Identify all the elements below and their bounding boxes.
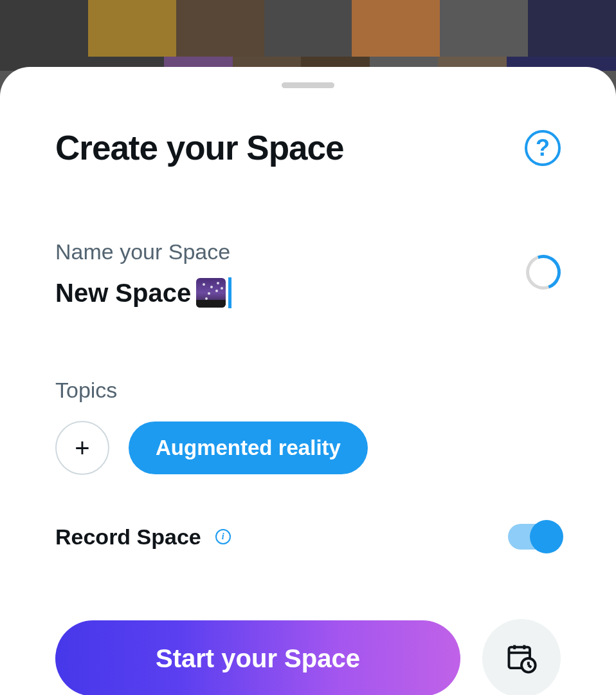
page-title: Create your Space	[55, 128, 343, 167]
add-topic-button[interactable]: +	[55, 421, 109, 475]
start-space-button[interactable]: Start your Space	[55, 620, 460, 695]
help-icon[interactable]: ?	[525, 130, 561, 166]
info-icon[interactable]: i	[215, 529, 231, 544]
calendar-clock-icon	[505, 642, 538, 675]
plus-icon: +	[75, 434, 89, 463]
name-label: Name your Space	[55, 239, 526, 264]
topics-label: Topics	[55, 378, 561, 403]
milky-way-emoji-icon	[196, 278, 226, 308]
loading-spinner-icon	[520, 249, 566, 295]
svg-line-6	[529, 665, 531, 667]
record-toggle[interactable]	[508, 524, 561, 550]
schedule-button[interactable]	[482, 619, 561, 695]
toggle-knob	[530, 520, 563, 553]
bottom-sheet: Create your Space ? Name your Space New …	[0, 67, 616, 695]
sheet-grabber[interactable]	[282, 82, 334, 88]
space-name-value: New Space	[55, 279, 191, 308]
start-button-label: Start your Space	[156, 644, 360, 673]
text-cursor	[228, 277, 231, 308]
topic-chip[interactable]: Augmented reality	[129, 422, 368, 474]
record-label: Record Space	[55, 524, 201, 550]
space-name-input[interactable]: New Space	[55, 277, 526, 308]
